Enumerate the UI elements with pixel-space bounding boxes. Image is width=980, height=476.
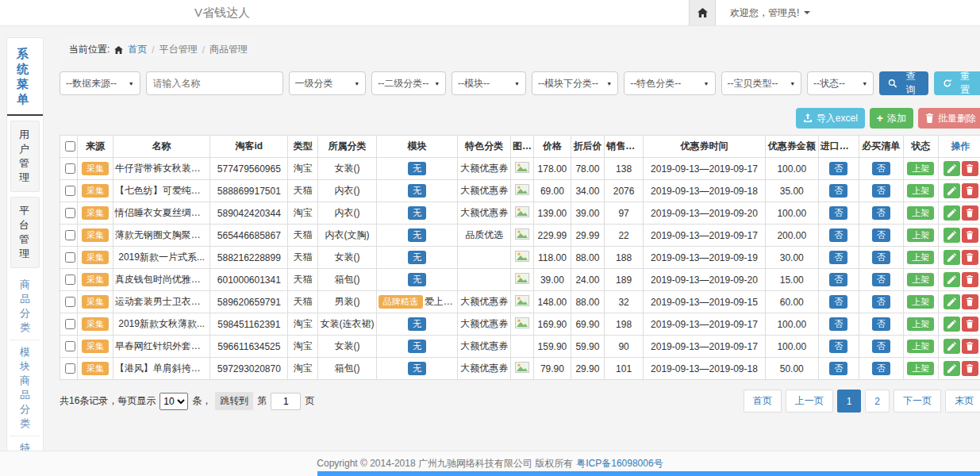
must-buy-toggle[interactable]: 否 xyxy=(872,295,890,309)
status-select[interactable]: --状态--▼ xyxy=(807,71,874,95)
page-btn-prev[interactable]: 上一页 xyxy=(786,390,833,413)
edit-button[interactable] xyxy=(943,272,960,287)
must-buy-toggle[interactable]: 否 xyxy=(872,251,890,265)
edit-button[interactable] xyxy=(943,250,960,265)
must-buy-toggle[interactable]: 否 xyxy=(872,362,890,376)
import-optional-toggle[interactable]: 否 xyxy=(829,273,847,287)
sidebar-item-3[interactable]: 模块商品分类 xyxy=(10,340,40,436)
status-badge[interactable]: 上架 xyxy=(907,273,934,287)
import-excel-button[interactable]: 导入excel xyxy=(796,108,865,129)
import-optional-toggle[interactable]: 否 xyxy=(829,295,847,309)
delete-button[interactable] xyxy=(962,294,978,309)
status-badge[interactable]: 上架 xyxy=(907,206,934,221)
import-optional-toggle[interactable]: 否 xyxy=(829,206,847,221)
page-btn-first[interactable]: 首页 xyxy=(744,390,782,413)
row-checkbox[interactable] xyxy=(65,163,75,174)
home-button[interactable] xyxy=(689,0,716,25)
module-badge[interactable]: 无 xyxy=(408,206,426,221)
row-checkbox[interactable] xyxy=(65,274,75,285)
select-all-checkbox[interactable] xyxy=(65,141,75,152)
status-badge[interactable]: 上架 xyxy=(907,228,934,243)
jump-page-input[interactable] xyxy=(271,393,301,410)
delete-button[interactable] xyxy=(962,317,978,332)
edit-button[interactable] xyxy=(943,339,960,354)
page-btn-next[interactable]: 下一页 xyxy=(894,390,941,413)
must-buy-toggle[interactable]: 否 xyxy=(872,317,890,332)
row-checkbox[interactable] xyxy=(65,341,75,351)
must-buy-toggle[interactable]: 否 xyxy=(872,206,890,221)
delete-button[interactable] xyxy=(962,272,978,287)
row-checkbox[interactable] xyxy=(65,319,75,329)
delete-button[interactable] xyxy=(962,205,978,221)
name-input[interactable] xyxy=(146,71,283,95)
edit-button[interactable] xyxy=(943,294,960,309)
import-optional-toggle[interactable]: 否 xyxy=(829,251,847,265)
bottom-scrollbar[interactable] xyxy=(317,471,980,476)
module-select[interactable]: --模块--▼ xyxy=(452,71,526,95)
status-badge[interactable]: 上架 xyxy=(907,251,934,265)
edit-button[interactable] xyxy=(943,361,960,376)
sidebar-item-1[interactable]: 平台管理 xyxy=(10,197,40,268)
delete-button[interactable] xyxy=(962,361,978,376)
import-optional-toggle[interactable]: 否 xyxy=(829,228,847,243)
user-menu[interactable]: 欢迎您，管理员! xyxy=(730,6,810,20)
must-buy-toggle[interactable]: 否 xyxy=(872,162,890,176)
module-badge[interactable]: 无 xyxy=(408,317,426,332)
module-badge[interactable]: 无 xyxy=(408,362,426,376)
reset-button[interactable]: 重置 xyxy=(934,71,980,95)
module-badge[interactable]: 品牌精选 xyxy=(379,295,423,309)
delete-button[interactable] xyxy=(962,161,978,176)
edit-button[interactable] xyxy=(943,317,960,332)
module-badge[interactable]: 无 xyxy=(408,251,426,265)
status-badge[interactable]: 上架 xyxy=(907,362,934,376)
row-checkbox[interactable] xyxy=(65,186,75,196)
edit-button[interactable] xyxy=(943,161,960,176)
must-buy-toggle[interactable]: 否 xyxy=(872,184,890,198)
delete-button[interactable] xyxy=(962,339,978,354)
status-badge[interactable]: 上架 xyxy=(907,295,934,309)
level2-category-select[interactable]: --二级分类--▼ xyxy=(371,71,446,95)
delete-button[interactable] xyxy=(962,183,978,198)
delete-button[interactable] xyxy=(962,228,978,243)
status-badge[interactable]: 上架 xyxy=(907,184,934,198)
edit-button[interactable] xyxy=(943,183,960,198)
batch-delete-button[interactable]: 批量删除 xyxy=(918,108,980,129)
import-optional-toggle[interactable]: 否 xyxy=(829,184,847,198)
item-type-select[interactable]: --宝贝类型--▼ xyxy=(721,71,802,95)
module-badge[interactable]: 无 xyxy=(408,162,426,176)
jump-button[interactable]: 跳转到 xyxy=(215,392,253,410)
delete-button[interactable] xyxy=(962,250,978,265)
row-checkbox[interactable] xyxy=(65,297,75,307)
icp-link[interactable]: 粤ICP备16098006号 xyxy=(576,457,663,470)
import-optional-toggle[interactable]: 否 xyxy=(829,317,847,332)
breadcrumb-home-link[interactable]: 首页 xyxy=(128,43,147,56)
feature-category-select[interactable]: --特色分类--▼ xyxy=(624,71,715,95)
page-btn-page-1[interactable]: 1 xyxy=(837,390,862,413)
must-buy-toggle[interactable]: 否 xyxy=(872,273,890,287)
status-badge[interactable]: 上架 xyxy=(907,317,934,332)
edit-button[interactable] xyxy=(943,205,960,221)
row-checkbox[interactable] xyxy=(65,208,75,218)
module-badge[interactable]: 无 xyxy=(408,273,426,287)
module-badge[interactable]: 无 xyxy=(408,184,426,198)
module-subcategory-select[interactable]: --模块下分类--▼ xyxy=(532,71,618,95)
must-buy-toggle[interactable]: 否 xyxy=(872,340,890,354)
row-checkbox[interactable] xyxy=(65,363,75,374)
sidebar-item-2[interactable]: 商品分类 xyxy=(10,273,40,340)
must-buy-toggle[interactable]: 否 xyxy=(872,228,890,243)
level1-category-select[interactable]: 一级分类▼ xyxy=(289,71,367,95)
row-checkbox[interactable] xyxy=(65,230,75,240)
page-btn-last[interactable]: 末页 xyxy=(945,390,980,413)
status-badge[interactable]: 上架 xyxy=(907,340,934,354)
status-badge[interactable]: 上架 xyxy=(907,162,934,176)
module-badge[interactable]: 无 xyxy=(408,340,426,354)
per-page-select[interactable]: 10 xyxy=(159,393,188,410)
sidebar-item-0[interactable]: 用户管理 xyxy=(10,121,40,192)
page-btn-page-2[interactable]: 2 xyxy=(865,390,890,413)
import-optional-toggle[interactable]: 否 xyxy=(829,340,847,354)
row-checkbox[interactable] xyxy=(65,252,75,263)
import-optional-toggle[interactable]: 否 xyxy=(829,362,847,376)
module-badge[interactable]: 无 xyxy=(408,228,426,243)
search-button[interactable]: 查询 xyxy=(879,71,928,95)
edit-button[interactable] xyxy=(943,228,960,243)
